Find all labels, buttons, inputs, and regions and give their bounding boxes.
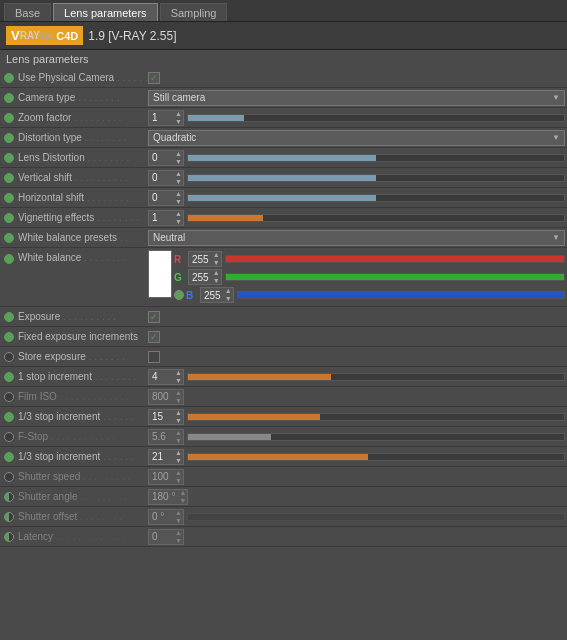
value-1stop[interactable]: 4 ▲ ▼ [148,369,565,385]
wb-r-input[interactable]: 255 ▲ ▼ [188,251,222,267]
checkbox-exposure[interactable]: ✓ [148,311,160,323]
arrows-shutter-offset[interactable]: ▲ ▼ [174,509,183,525]
input-zoom-factor[interactable]: 1 ▲ ▼ [148,110,184,126]
wb-b-play-icon[interactable] [174,290,184,300]
value-13stop-b[interactable]: 21 ▲ ▼ [148,449,565,465]
slider-13stop-b[interactable] [187,453,565,461]
arrow-down-vig[interactable]: ▼ [174,218,183,226]
checkbox-store-exposure[interactable] [148,351,160,363]
arrow-down-hshift[interactable]: ▼ [174,198,183,206]
checkbox-physical-camera[interactable]: ✓ [148,72,160,84]
value-fixed-exposure[interactable]: ✓ [148,331,565,343]
slider-wb-b[interactable] [237,291,565,299]
checkbox-fixed-exposure[interactable]: ✓ [148,331,160,343]
slider-1stop[interactable] [187,373,565,381]
arrow-up-lens[interactable]: ▲ [174,150,183,158]
input-13stop-a[interactable]: 15 ▲ ▼ [148,409,184,425]
arrow-up-fstop[interactable]: ▲ [174,429,183,437]
input-film-iso[interactable]: 800 ▲ ▼ [148,389,184,405]
arrows-film-iso[interactable]: ▲ ▼ [174,389,183,405]
arrow-down-sa[interactable]: ▼ [178,497,187,505]
dropdown-distortion-type[interactable]: Quadratic ▼ [148,130,565,146]
value-distortion-type[interactable]: Quadratic ▼ [148,130,565,146]
arrow-up-ss[interactable]: ▲ [174,469,183,477]
input-shutter-angle[interactable]: 180 ° ▲ ▼ [148,489,188,505]
input-horizontal-shift[interactable]: 0 ▲ ▼ [148,190,184,206]
wb-swatch[interactable] [148,250,172,298]
slider-fstop[interactable] [187,433,565,441]
arrow-down-1stop[interactable]: ▼ [174,377,183,385]
tab-lens[interactable]: Lens parameters [53,3,158,21]
wb-g-input[interactable]: 255 ▲ ▼ [188,269,222,285]
arrows-shutter-angle[interactable]: ▲ ▼ [178,489,187,505]
arrow-down-13b[interactable]: ▼ [174,457,183,465]
arrows-wb-b[interactable]: ▲ ▼ [224,287,233,303]
arrow-up-vig[interactable]: ▲ [174,210,183,218]
input-lens-distortion[interactable]: 0 ▲ ▼ [148,150,184,166]
tab-sampling[interactable]: Sampling [160,3,228,21]
value-horizontal-shift[interactable]: 0 ▲ ▼ [148,190,565,206]
arrow-up-sa[interactable]: ▲ [178,489,187,497]
arrows-shutter-speed[interactable]: ▲ ▼ [174,469,183,485]
input-fstop[interactable]: 5.6 ▲ ▼ [148,429,184,445]
arrow-up-13b[interactable]: ▲ [174,449,183,457]
arrows-1stop[interactable]: ▲ ▼ [174,369,183,385]
input-13stop-b[interactable]: 21 ▲ ▼ [148,449,184,465]
arrow-down-vshift[interactable]: ▼ [174,178,183,186]
value-physical-camera[interactable]: ✓ [148,72,565,84]
input-vertical-shift[interactable]: 0 ▲ ▼ [148,170,184,186]
wb-b-input[interactable]: 255 ▲ ▼ [200,287,234,303]
value-store-exposure[interactable] [148,351,565,363]
arrows-wb-g[interactable]: ▲ ▼ [212,269,221,285]
value-camera-type[interactable]: Still camera ▼ [148,90,565,106]
arrow-down-so[interactable]: ▼ [174,517,183,525]
arrow-up-b[interactable]: ▲ [224,287,233,295]
arrow-down-iso[interactable]: ▼ [174,397,183,405]
arrow-up-g[interactable]: ▲ [212,269,221,277]
arrow-down-r[interactable]: ▼ [212,259,221,267]
value-lens-distortion[interactable]: 0 ▲ ▼ [148,150,565,166]
slider-zoom-factor[interactable] [187,114,565,122]
arrows-zoom-factor[interactable]: ▲ ▼ [174,110,183,126]
input-1stop[interactable]: 4 ▲ ▼ [148,369,184,385]
slider-shutter-offset[interactable] [187,513,565,521]
tab-base[interactable]: Base [4,3,51,21]
arrow-down-ss[interactable]: ▼ [174,477,183,485]
arrow-up-lat[interactable]: ▲ [174,529,183,537]
arrows-vignetting[interactable]: ▲ ▼ [174,210,183,226]
slider-wb-g[interactable] [225,273,565,281]
value-13stop-a[interactable]: 15 ▲ ▼ [148,409,565,425]
arrow-down-g[interactable]: ▼ [212,277,221,285]
arrow-up-vshift[interactable]: ▲ [174,170,183,178]
value-vertical-shift[interactable]: 0 ▲ ▼ [148,170,565,186]
value-shutter-offset[interactable]: 0 ° ▲ ▼ [148,509,565,525]
arrow-down-lat[interactable]: ▼ [174,537,183,545]
arrow-down-lens[interactable]: ▼ [174,158,183,166]
input-latency[interactable]: 0 ▲ ▼ [148,529,184,545]
value-exposure[interactable]: ✓ [148,311,565,323]
dropdown-camera-type[interactable]: Still camera ▼ [148,90,565,106]
value-zoom-factor[interactable]: 1 ▲ ▼ [148,110,565,126]
value-film-iso[interactable]: 800 ▲ ▼ [148,389,565,405]
arrows-horizontal-shift[interactable]: ▲ ▼ [174,190,183,206]
arrow-down-13a[interactable]: ▼ [174,417,183,425]
arrows-fstop[interactable]: ▲ ▼ [174,429,183,445]
arrow-up-iso[interactable]: ▲ [174,389,183,397]
slider-lens-distortion[interactable] [187,154,565,162]
arrow-down-fstop[interactable]: ▼ [174,437,183,445]
arrow-up-1stop[interactable]: ▲ [174,369,183,377]
arrow-up-r[interactable]: ▲ [212,251,221,259]
dropdown-wb-presets[interactable]: Neutral ▼ [148,230,565,246]
arrow-up-13a[interactable]: ▲ [174,409,183,417]
slider-13stop-a[interactable] [187,413,565,421]
arrows-wb-r[interactable]: ▲ ▼ [212,251,221,267]
input-shutter-speed[interactable]: 100 ▲ ▼ [148,469,184,485]
input-shutter-offset[interactable]: 0 ° ▲ ▼ [148,509,184,525]
slider-vertical-shift[interactable] [187,174,565,182]
value-shutter-speed[interactable]: 100 ▲ ▼ [148,469,565,485]
value-vignetting[interactable]: 1 ▲ ▼ [148,210,565,226]
slider-vignetting[interactable] [187,214,565,222]
arrows-13stop-b[interactable]: ▲ ▼ [174,449,183,465]
arrow-up-zoom[interactable]: ▲ [174,110,183,118]
value-wb-presets[interactable]: Neutral ▼ [148,230,565,246]
